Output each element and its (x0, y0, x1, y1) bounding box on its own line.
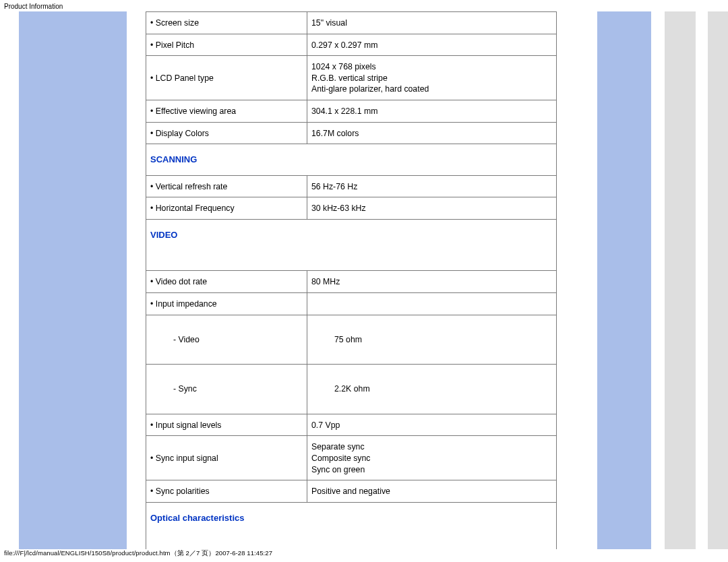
spec-label: • Sync input signal (146, 436, 307, 480)
table-row: • Input signal levels0.7 Vpp (146, 414, 557, 436)
section-row: SCANNING (146, 144, 557, 176)
section-row: Optical characteristics (146, 502, 557, 549)
table-row: • Video dot rate80 MHz (146, 271, 557, 293)
table-row: • Display Colors16.7M colors (146, 122, 557, 144)
right-strip-group (577, 11, 728, 549)
page-header: Product Information (0, 0, 728, 11)
table-row: • Pixel Pitch0.297 x 0.297 mm (146, 34, 557, 56)
right-gray-strip-2 (708, 11, 728, 549)
spec-label: • Effective viewing area (146, 100, 307, 122)
spec-value: 0.7 Vpp (307, 414, 557, 436)
table-row: • Sync input signalSeparate syncComposit… (146, 436, 557, 480)
table-row: - Sync2.2K ohm (146, 365, 557, 414)
spec-value: 80 MHz (307, 271, 557, 293)
spec-label: • Video dot rate (146, 271, 307, 293)
spec-value: 16.7M colors (307, 122, 557, 144)
spec-label: • Input signal levels (146, 414, 307, 436)
spec-label: • Input impedance (146, 293, 307, 315)
spec-value: 1024 x 768 pixelsR.G.B. vertical stripeA… (307, 56, 557, 100)
spec-label: • Pixel Pitch (146, 34, 307, 56)
spec-value: 304.1 x 228.1 mm (307, 100, 557, 122)
spec-table: • Screen size15" visual• Pixel Pitch0.29… (146, 11, 557, 549)
spec-label: - Sync (146, 365, 307, 414)
spec-value: 15" visual (307, 12, 557, 34)
spec-label: - Video (146, 315, 307, 365)
spec-label: • Display Colors (146, 122, 307, 144)
spec-label: • Horizontal Frequency (146, 197, 307, 220)
spec-value (307, 293, 557, 315)
spec-label: • LCD Panel type (146, 56, 307, 100)
section-heading: VIDEO (146, 219, 557, 271)
spec-label: • Vertical refresh rate (146, 175, 307, 197)
page-layout: • Screen size15" visual• Pixel Pitch0.29… (0, 11, 728, 549)
table-row: • Horizontal Frequency30 kHz-63 kHz (146, 197, 557, 220)
section-heading: SCANNING (146, 144, 557, 176)
spec-label: • Sync polarities (146, 480, 307, 503)
table-row: • Input impedance (146, 293, 557, 315)
content-column: • Screen size15" visual• Pixel Pitch0.29… (146, 11, 577, 549)
spec-value: 56 Hz-76 Hz (307, 175, 557, 197)
table-row: • Screen size15" visual (146, 12, 557, 34)
section-row: VIDEO (146, 219, 557, 271)
section-heading: Optical characteristics (146, 502, 557, 549)
table-row: • Vertical refresh rate56 Hz-76 Hz (146, 175, 557, 197)
spec-value: 75 ohm (307, 315, 557, 365)
spec-value: 30 kHz-63 kHz (307, 197, 557, 220)
right-gray-strip-1 (665, 11, 696, 549)
right-blue-strip (597, 11, 651, 549)
left-margin (0, 11, 19, 549)
left-sidebar (19, 11, 127, 549)
table-row: - Video75 ohm (146, 315, 557, 365)
spec-value: Separate syncComposite syncSync on green (307, 436, 557, 480)
table-row: • Sync polaritiesPositive and negative (146, 480, 557, 503)
spec-value: 2.2K ohm (307, 365, 557, 414)
spec-value: Positive and negative (307, 480, 557, 503)
footer-path: file:///F|/lcd/manual/ENGLISH/150S8/prod… (4, 549, 272, 558)
table-row: • LCD Panel type1024 x 768 pixelsR.G.B. … (146, 56, 557, 100)
table-row: • Effective viewing area304.1 x 228.1 mm (146, 100, 557, 122)
spec-label: • Screen size (146, 12, 307, 34)
content-gap (127, 11, 146, 549)
spec-value: 0.297 x 0.297 mm (307, 34, 557, 56)
